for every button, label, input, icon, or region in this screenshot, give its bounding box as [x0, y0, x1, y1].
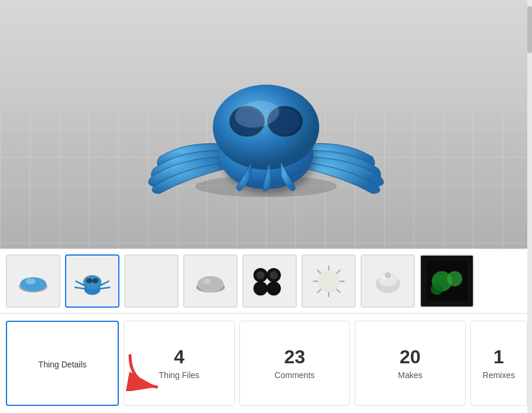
thumbnail-6[interactable] [301, 254, 356, 308]
svg-point-46 [447, 271, 462, 286]
thumbnail-7[interactable] [361, 254, 415, 308]
tab-thing-details[interactable]: Thing Details [6, 321, 119, 406]
svg-point-29 [257, 271, 265, 279]
makes-count: 20 [400, 347, 421, 367]
scrollbar-thumb[interactable] [527, 6, 532, 53]
tab-makes[interactable]: 20 Makes [355, 321, 465, 406]
thumbnail-4[interactable] [183, 254, 238, 308]
spider-model-svg [142, 27, 390, 204]
thing-files-count: 4 [174, 347, 184, 367]
remixes-count: 1 [494, 347, 504, 367]
bottom-tabs: Thing Details 4 Thing Files 23 Comments … [0, 314, 532, 413]
thumbnail-8[interactable] [420, 254, 474, 308]
svg-line-35 [337, 289, 340, 292]
comments-count: 23 [284, 347, 306, 367]
scrollbar[interactable] [527, 0, 532, 413]
svg-point-15 [83, 275, 102, 289]
svg-point-43 [385, 272, 391, 278]
svg-point-27 [253, 281, 267, 295]
svg-point-16 [86, 278, 92, 283]
svg-point-28 [267, 281, 281, 295]
remixes-label: Remixes [483, 370, 515, 380]
thumbnail-1[interactable] [6, 254, 60, 308]
tab-comments[interactable]: 23 Comments [239, 321, 350, 406]
svg-line-39 [317, 270, 320, 273]
thumbnail-strip [0, 249, 532, 314]
tab-remixes[interactable]: 1 Remixes [471, 321, 527, 406]
thing-details-label: Thing Details [38, 360, 87, 369]
svg-line-37 [317, 289, 320, 292]
svg-line-33 [337, 270, 340, 273]
svg-point-13 [25, 278, 35, 284]
svg-point-23 [197, 276, 224, 292]
svg-point-5 [213, 85, 319, 170]
thumbnail-2[interactable] [65, 254, 119, 308]
red-arrow [124, 353, 171, 393]
svg-point-17 [92, 278, 98, 283]
makes-label: Makes [398, 370, 422, 380]
svg-point-30 [270, 271, 278, 279]
comments-label: Comments [275, 370, 315, 380]
thumbnail-5[interactable] [242, 254, 297, 308]
svg-point-47 [430, 283, 443, 295]
3d-viewer[interactable] [0, 0, 532, 249]
thumbnail-3[interactable] [124, 254, 179, 308]
svg-point-24 [203, 279, 211, 284]
